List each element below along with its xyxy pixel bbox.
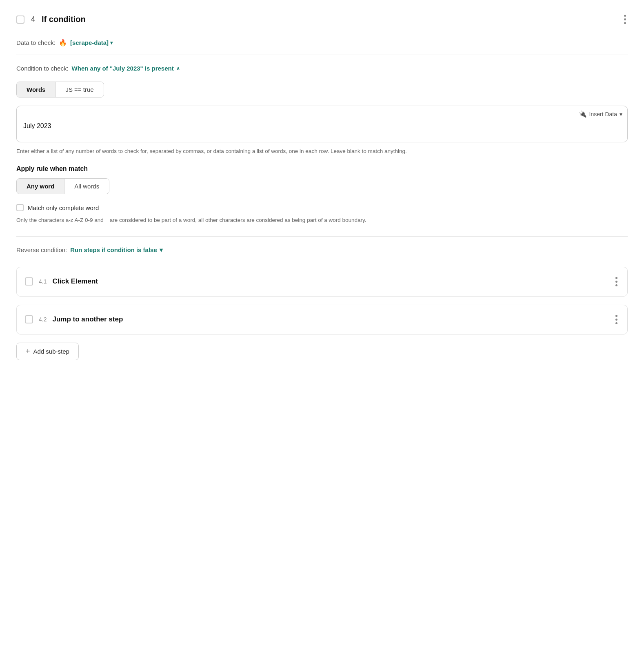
data-to-check-value[interactable]: [scrape-data] ▾ bbox=[70, 39, 113, 46]
tab-any-word[interactable]: Any word bbox=[17, 179, 64, 194]
sub-step-4-1-title: Click Element bbox=[52, 277, 98, 286]
header-left: 4 If condition bbox=[16, 15, 86, 24]
match-complete-helper: Only the characters a-z A-Z 0-9 and _ ar… bbox=[16, 216, 628, 224]
header-row: 4 If condition bbox=[16, 13, 628, 26]
match-complete-row: Match only complete word bbox=[16, 204, 628, 211]
more-options-button[interactable] bbox=[622, 13, 628, 26]
sub-step-4-2-title: Jump to another step bbox=[52, 315, 123, 323]
sub-step-4-2-more-options[interactable] bbox=[614, 313, 619, 326]
sub-step-4-1: 4.1 Click Element bbox=[16, 267, 628, 297]
data-to-check-label: Data to check: bbox=[16, 39, 56, 46]
reverse-condition-row: Reverse condition: Run steps if conditio… bbox=[16, 246, 628, 254]
words-input-box: 🔌 Insert Data ▾ July 2023 bbox=[16, 106, 628, 142]
match-complete-label: Match only complete word bbox=[28, 204, 99, 211]
tab-words[interactable]: Words bbox=[17, 82, 56, 97]
add-substep-button[interactable]: + Add sub-step bbox=[16, 343, 79, 360]
input-helper-text: Enter either a list of any number of wor… bbox=[16, 147, 628, 155]
reverse-condition-label: Reverse condition: bbox=[16, 246, 67, 253]
apply-rule-title: Apply rule when match bbox=[16, 165, 628, 173]
input-value[interactable]: July 2023 bbox=[23, 122, 621, 130]
sub-step-4-1-checkbox[interactable] bbox=[25, 277, 33, 286]
sub-step-4-1-number: 4.1 bbox=[39, 278, 47, 285]
sub-step-4-1-more-options[interactable] bbox=[614, 275, 619, 288]
condition-value[interactable]: When any of "July 2023" is present ∧ bbox=[72, 65, 180, 72]
sub-step-4-2-number: 4.2 bbox=[39, 316, 47, 323]
tab-all-words[interactable]: All words bbox=[64, 179, 109, 194]
tab-js[interactable]: JS == true bbox=[56, 82, 103, 97]
step-checkbox[interactable] bbox=[16, 16, 24, 24]
sub-step-4-2-checkbox[interactable] bbox=[25, 315, 33, 323]
plus-icon: + bbox=[26, 347, 30, 356]
divider-1 bbox=[16, 55, 628, 55]
condition-row: Condition to check: When any of "July 20… bbox=[16, 65, 628, 72]
match-tabs: Any word All words bbox=[16, 178, 109, 194]
header-title: If condition bbox=[42, 15, 86, 24]
insert-data-button[interactable]: 🔌 Insert Data ▾ bbox=[579, 110, 622, 118]
step-number: 4 bbox=[31, 15, 35, 24]
main-container: 4 If condition Data to check: 🔥 [scrape-… bbox=[0, 0, 644, 373]
fire-icon: 🔥 bbox=[59, 39, 67, 46]
insert-data-chevron: ▾ bbox=[620, 111, 622, 117]
data-to-check-row: Data to check: 🔥 [scrape-data] ▾ bbox=[16, 39, 628, 46]
sub-step-4-2: 4.2 Jump to another step bbox=[16, 305, 628, 334]
condition-label: Condition to check: bbox=[16, 65, 69, 72]
divider-2 bbox=[16, 236, 628, 237]
plug-icon: 🔌 bbox=[579, 110, 587, 118]
reverse-condition-value[interactable]: Run steps if condition is false ▾ bbox=[70, 246, 163, 254]
add-substep-label: Add sub-step bbox=[33, 348, 69, 355]
condition-chevron: ∧ bbox=[176, 66, 180, 71]
condition-tabs: Words JS == true bbox=[16, 82, 104, 97]
reverse-chevron: ▾ bbox=[160, 246, 163, 254]
match-complete-checkbox[interactable] bbox=[16, 204, 24, 211]
data-to-check-chevron: ▾ bbox=[110, 40, 113, 46]
